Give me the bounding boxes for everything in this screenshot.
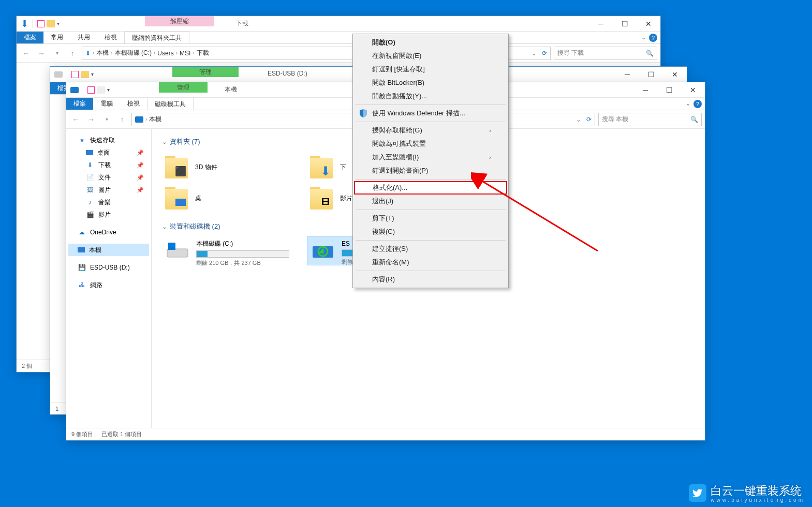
dropdown-icon[interactable]: ▾ [57,21,60,26]
window-controls: ─ ☐ ✕ [589,16,660,32]
drive-c[interactable]: 本機磁碟 (C:) 剩餘 210 GB，共 237 GB [162,236,307,265]
menu-properties[interactable]: 內容(R) [355,273,507,286]
tab-file[interactable]: 檔案 [17,32,43,43]
menu-label: 開啟為可攜式裝置 [372,139,426,148]
tab-view[interactable]: 檢視 [97,32,124,43]
crumb[interactable]: 本機磁碟 (C:) [115,49,152,57]
checkbox-icon[interactable] [71,71,79,78]
menu-eject[interactable]: 退出(J) [355,195,507,208]
nav-esd-usb[interactable]: 💾ESD-USB (D:) [68,261,149,274]
nav-pictures[interactable]: 🖼圖片📌 [68,184,149,196]
dropdown-icon[interactable]: ⌄ [532,50,537,57]
menu-separator [356,271,506,271]
crumb[interactable]: 本機 [96,49,109,57]
folder-3d-objects[interactable]: ⬛ 3D 物件 [162,152,307,183]
chevron-right-icon: › [93,50,94,56]
nav-onedrive[interactable]: ☁OneDrive [68,226,149,238]
search-placeholder: 搜尋 下載 [557,49,584,57]
nav-music[interactable]: ♪音樂 [68,196,149,208]
checkbox-icon[interactable] [87,86,95,94]
help-icon[interactable]: ? [649,34,657,42]
up-button[interactable]: ↑ [116,113,128,126]
nav-label: 網路 [90,281,102,290]
history-dropdown[interactable]: ▾ [51,47,63,59]
forward-button[interactable]: → [85,113,97,126]
ribbon-right: ⌄ ? [641,32,660,43]
maximize-button[interactable]: ☐ [657,82,681,98]
history-dropdown[interactable]: ▾ [100,113,113,126]
menu-format[interactable]: 格式化(A)... [354,181,507,195]
desktop-icon [86,150,93,155]
menu-rename[interactable]: 重新命名(M) [355,256,507,269]
refresh-icon[interactable]: ⟳ [542,50,547,57]
up-button[interactable]: ↑ [66,47,79,59]
close-button[interactable]: ✕ [681,82,705,98]
minimize-button[interactable]: ─ [615,67,639,82]
chevron-down-icon[interactable]: ⌄ [686,100,690,107]
folder-icon[interactable] [81,71,89,78]
menu-add-library[interactable]: 加入至媒體櫃(I)› [355,151,507,164]
menu-pin-start[interactable]: 釘選到開始畫面(P) [355,164,507,177]
nav-documents[interactable]: 📄文件📌 [68,171,149,184]
nav-desktop[interactable]: 桌面📌 [68,146,149,159]
menu-autoplay[interactable]: 開啟自動播放(Y)... [355,90,507,103]
back-button[interactable]: ← [20,47,32,59]
folder-desktop[interactable]: 桌 [162,183,307,214]
crumb[interactable]: MSI [180,50,190,57]
tab-home[interactable]: 常用 [43,32,70,43]
menu-create-shortcut[interactable]: 建立捷徑(S) [355,242,507,256]
menu-open-new-window[interactable]: 在新視窗開啟(E) [355,49,507,63]
watermark-text: 白云一键重装系统 [711,484,802,497]
tab-extract-tools[interactable]: 壓縮的資料夾工具 [124,32,189,43]
titlebar: ⬇ ▾ ─ ☐ ✕ [17,16,660,32]
menu-grant-access[interactable]: 授與存取權給(G)› [355,124,507,137]
dropdown-icon[interactable]: ▾ [91,71,94,77]
dropdown-icon[interactable]: ▾ [107,87,110,93]
nav-downloads[interactable]: ⬇下載📌 [68,159,149,171]
tab-share[interactable]: 共用 [70,32,97,43]
chevron-down-icon[interactable]: ⌄ [641,34,646,41]
crumb[interactable]: 本機 [149,115,161,124]
menu-label: 重新命名(M) [372,258,409,267]
tab-view[interactable]: 檢視 [120,98,147,110]
menu-defender-scan[interactable]: 使用 Windows Defender 掃描... [355,107,507,120]
close-button[interactable]: ✕ [637,16,660,32]
tab-computer[interactable]: 電腦 [93,98,120,110]
nav-label: 本機 [89,246,101,255]
nav-this-pc[interactable]: 本機 [68,244,149,256]
back-button[interactable]: ← [69,113,82,126]
menu-open[interactable]: 開啟(O) [355,36,507,49]
item-count: 9 個項目 [71,430,93,438]
folder-icon[interactable] [47,20,55,27]
nav-quick-access[interactable]: ★快速存取 [68,134,149,146]
nav-network[interactable]: 🖧網路 [68,279,149,291]
checkbox-icon[interactable] [37,20,45,27]
search-field[interactable]: 搜尋 本機 🔍 [598,113,702,126]
help-icon[interactable]: ? [693,100,702,108]
crumb[interactable]: Users [157,50,173,57]
group-label: 資料夾 (7) [170,137,200,146]
dropdown-icon[interactable]: ⌄ [576,116,581,123]
tab-file[interactable]: 檔案 [66,98,93,110]
nav-label: 桌面 [97,148,110,157]
menu-open-portable[interactable]: 開啟為可攜式裝置 [355,137,507,151]
maximize-button[interactable]: ☐ [639,67,663,82]
folder-icon: 🎞 [309,186,334,211]
refresh-icon[interactable]: ⟳ [586,116,592,123]
tab-drive-tools[interactable]: 磁碟機工具 [147,98,194,110]
ribbon-right: ⌄ ? [686,98,705,110]
menu-pin-quick-access[interactable]: 釘選到 [快速存取] [355,63,507,76]
search-field[interactable]: 搜尋 下載 🔍 [554,47,657,60]
properties-icon[interactable] [97,86,105,94]
nav-videos[interactable]: 🎬影片 [68,208,149,221]
forward-button[interactable]: → [35,47,48,59]
menu-bitlocker[interactable]: 開啟 BitLocker(B) [355,76,507,90]
minimize-button[interactable]: ─ [633,82,657,98]
menu-copy[interactable]: 複製(C) [355,225,507,238]
crumb[interactable]: 下載 [197,49,209,57]
menu-cut[interactable]: 剪下(T) [355,212,507,225]
maximize-button[interactable]: ☐ [613,16,637,32]
close-button[interactable]: ✕ [663,67,687,82]
minimize-button[interactable]: ─ [589,16,613,32]
search-placeholder: 搜尋 本機 [602,115,628,124]
